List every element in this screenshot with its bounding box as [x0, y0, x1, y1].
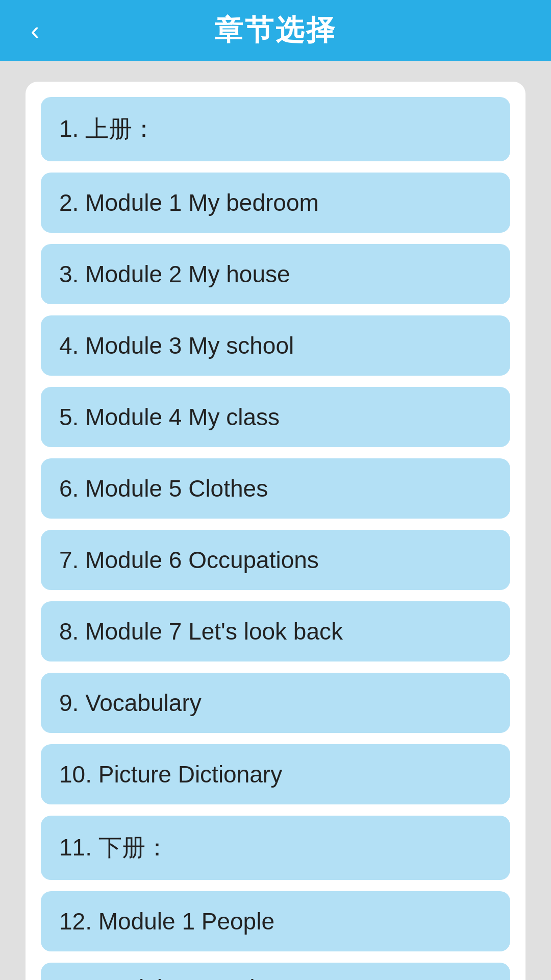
list-item-label: 9. Vocabulary [59, 689, 202, 717]
list-item-label: 8. Module 7 Let's look back [59, 618, 343, 645]
list-item[interactable]: 1. 上册： [41, 97, 510, 161]
list-item[interactable]: 11. 下册： [41, 816, 510, 880]
list-item-label: 3. Module 2 My house [59, 260, 290, 288]
list-item[interactable]: 5. Module 4 My class [41, 387, 510, 447]
list-item[interactable]: 4. Module 3 My school [41, 315, 510, 376]
list-item[interactable]: 6. Module 5 Clothes [41, 458, 510, 519]
list-item-label: 12. Module 1 People [59, 908, 274, 935]
list-item[interactable]: 3. Module 2 My house [41, 244, 510, 304]
list-item[interactable]: 12. Module 1 People [41, 891, 510, 951]
list-item-label: 2. Module 1 My bedroom [59, 189, 319, 216]
page-title: 章节选择 [214, 11, 337, 50]
page-header: ‹ 章节选择 [0, 0, 551, 61]
list-item[interactable]: 9. Vocabulary [41, 673, 510, 733]
list-item-label: 13. Module 2 Food [59, 974, 255, 980]
list-item[interactable]: 2. Module 1 My bedroom [41, 173, 510, 233]
list-item-label: 1. 上册： [59, 113, 156, 145]
list-item-label: 10. Picture Dictionary [59, 761, 282, 788]
list-item-label: 5. Module 4 My class [59, 403, 280, 431]
content-wrapper: 1. 上册：2. Module 1 My bedroom3. Module 2 … [0, 61, 551, 980]
list-item-label: 6. Module 5 Clothes [59, 475, 268, 502]
list-item-label: 7. Module 6 Occupations [59, 546, 319, 574]
list-item[interactable]: 13. Module 2 Food [41, 963, 510, 980]
list-item-label: 4. Module 3 My school [59, 332, 294, 359]
list-item[interactable]: 8. Module 7 Let's look back [41, 601, 510, 662]
list-item-label: 11. 下册： [59, 832, 169, 864]
list-item[interactable]: 10. Picture Dictionary [41, 744, 510, 804]
list-item[interactable]: 7. Module 6 Occupations [41, 530, 510, 590]
chapter-list: 1. 上册：2. Module 1 My bedroom3. Module 2 … [26, 82, 525, 980]
back-button[interactable]: ‹ [31, 17, 39, 44]
